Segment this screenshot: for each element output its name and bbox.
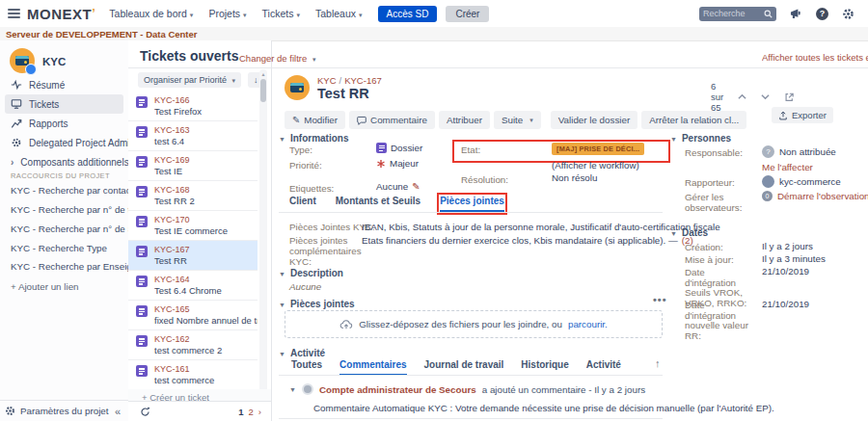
activity-tab-historique[interactable]: Historique [521,359,568,376]
project-settings-gear-icon[interactable] [5,406,15,416]
attachments-comp-value: Etats financiers du dernier exercice clo… [362,235,693,246]
menu-tableaux[interactable]: Tableaux▾ [315,8,363,19]
issue-type-icon [136,156,148,168]
collapse-arrow-icon: ▼ [670,230,677,237]
menu-tickets[interactable]: Tickets▾ [262,8,300,19]
browse-files-link[interactable]: parcourir. [568,319,608,329]
tab-client[interactable]: Client [289,196,316,212]
assign-button[interactable]: Attribuer [439,111,490,129]
sidebar-item-label: Delegated Project Admin [29,138,135,148]
scroll-up-icon[interactable]: ▲ [259,71,267,77]
description-section-header[interactable]: ▼Description [279,268,343,278]
chevron-down-icon: ▾ [359,12,363,18]
shortcut-recherche-type[interactable]: KYC - Recherche Type [11,243,107,253]
project-avatar[interactable] [10,48,35,73]
assign-to-me-link[interactable]: Me l'affecter [762,162,813,172]
edit-labels-pencil-icon[interactable]: ✎ [412,181,420,192]
menu-projets[interactable]: Projets▾ [208,8,246,19]
page-1[interactable]: 1 [238,407,243,417]
ticket-list-item[interactable]: KYC-170Test IE commerce [128,211,258,241]
menu-tableaux-de-bord[interactable]: Tableaux de bord▾ [109,8,193,19]
collapse-sidebar-icon[interactable]: « [115,406,121,417]
order-by-dropdown[interactable]: Organiser par Priorité ▾ [138,72,241,88]
description-value: Aucune [289,281,321,292]
ticket-list-item[interactable]: KYC-168Test RR 2 [128,181,258,211]
start-watching-link[interactable]: Démarre l'observation de ce ticket [777,191,868,201]
reporter-avatar [762,175,774,188]
breadcrumb-ticket-link[interactable]: KYC-167 [344,75,382,86]
state-badge[interactable]: [MAJ] PRISE DE DÉCI... [552,143,644,155]
type-text: Dossier [391,143,422,153]
activity-tab-activite[interactable]: Activité [586,359,621,376]
ticket-list-item-selected[interactable]: KYC-167Test RR [128,241,258,271]
sidebar-item-rapports[interactable]: Rapports [5,114,123,133]
announcement-megaphone-icon[interactable] [790,8,802,19]
button-label: Valider le dossier [558,115,630,125]
more-actions-button[interactable]: Suite▾ [494,111,541,129]
activity-tab-toutes[interactable]: Toutes [291,359,322,376]
issue-type-icon [136,126,148,138]
sidebar-item-label: Composants additionnels [20,157,128,168]
comment-button[interactable]: Commentaire [349,111,435,129]
help-icon[interactable]: ? [816,8,828,20]
file-dropzone[interactable]: Glissez-déposez des fichiers pour les jo… [285,310,663,338]
shortcuts-header: RACCOURCIS DU PROJET [11,171,110,180]
ticket-list-item[interactable]: KYC-161test commerce [128,360,258,389]
shortcut-recherche-contact[interactable]: KYC - Recherche par contact [11,185,133,196]
edit-button[interactable]: ✎Modifier [285,111,345,129]
activity-tab-journal[interactable]: Journal de travail [424,359,504,376]
project-name: KYC [42,56,66,67]
sidebar-footer: Paramètres du projet « [0,400,128,421]
acces-sd-button[interactable]: Accès SD [378,6,438,22]
breadcrumb-project-link[interactable]: KYC [317,75,337,86]
sidebar-menu: Résumé Tickets Rapports Delegated Projec… [5,75,123,171]
activity-section-header[interactable]: ▼Activité [279,348,325,358]
validate-dossier-button[interactable]: Valider le dossier [551,111,637,129]
add-link-button[interactable]: + Ajouter un lien [11,281,79,292]
activity-tabs: Toutes Commentaires Journal de travail H… [291,359,621,376]
ticket-key: KYC-162 [154,334,222,344]
sidebar-item-composants[interactable]: › Composants additionnels [5,152,123,171]
tab-montants-et-seuils[interactable]: Montants et Seuils [336,196,420,212]
page-next[interactable]: › [258,407,261,417]
ticket-summary: Test IE [154,165,190,177]
create-button[interactable]: Créer [446,6,489,22]
ticket-key: KYC-163 [154,125,190,135]
activity-sort-icon[interactable]: ↑ [655,357,661,369]
hamburger-icon[interactable] [8,7,20,20]
list-scrollbar[interactable]: ▲ ▼ [259,69,267,421]
informations-section-header[interactable]: ▼Informations [279,133,349,144]
search-input[interactable]: Recherche [699,7,776,21]
refresh-icon[interactable] [140,407,150,417]
monext-logo[interactable]: MONEXT’ [27,6,95,22]
attachments-section-header[interactable]: ▼Pièces jointes [279,299,355,309]
tab-pieces-jointes[interactable]: Pièces jointes [440,196,504,212]
sidebar-item-delegated-admin[interactable]: Delegated Project Admin [5,133,123,152]
dates-section-header[interactable]: ▼Dates [670,227,708,238]
cloud-upload-icon [339,319,353,329]
ticket-list-item[interactable]: KYC-162test commerce 2 [128,330,258,360]
section-title: Activité [290,348,325,358]
comment-author-link[interactable]: Compte administrateur de Secours [319,384,476,395]
sidebar-item-resume[interactable]: Résumé [5,75,123,94]
shortcut-recherche-enseigne[interactable]: KYC - Recherche par Enseigne [11,261,143,272]
resolution-value: Non résolu [552,172,597,183]
ticket-key: KYC-168 [154,185,195,195]
reporter-text: kyc-commerce [779,176,841,187]
ticket-list-item[interactable]: KYC-163test 6.4 [128,121,258,151]
project-settings-label[interactable]: Paramètres du projet [20,406,108,416]
ticket-list-item[interactable]: KYC-166Test Firefox [128,92,258,121]
activity-tab-commentaires[interactable]: Commentaires [339,359,406,376]
ticket-list-item[interactable]: KYC-164Test 6.4 Chrome [128,271,258,301]
show-workflow-link[interactable]: (Afficher le workflow) [552,160,639,171]
gear-icon[interactable] [842,8,854,20]
page-2[interactable]: 2 [249,407,254,417]
ticket-list-item[interactable]: KYC-169Test IE [128,151,258,181]
scrollbar-thumb[interactable] [260,79,266,102]
sidebar-item-tickets[interactable]: Tickets [5,94,123,114]
collapse-arrow-icon[interactable]: ▼ [289,386,296,393]
ticket-summary: Test Firefox [154,105,202,118]
people-section-header[interactable]: ▼Personnes [670,133,731,144]
watchers-count-badge: 0 [762,191,773,201]
ticket-list-item[interactable]: KYC-165fixed Nombre annuel de transa... [128,301,258,330]
